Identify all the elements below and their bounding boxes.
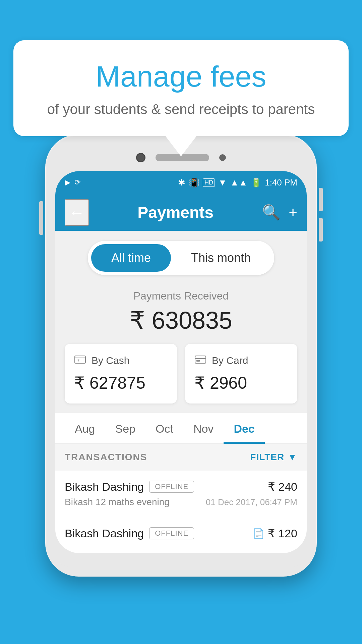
app-icon-2: ⟳	[74, 178, 80, 187]
back-button[interactable]: ←	[65, 199, 89, 226]
cash-icon: ₹	[74, 353, 86, 368]
app-content: All time This month Payments Received ₹ …	[55, 231, 307, 553]
youtube-icon: ▶	[65, 178, 70, 187]
app-bar-actions: 🔍 +	[262, 204, 297, 221]
this-month-button[interactable]: This month	[171, 244, 271, 272]
app-bar-title: Payments	[96, 203, 255, 222]
bluetooth-icon: ✱	[178, 177, 185, 188]
payments-received-section: Payments Received ₹ 630835	[55, 283, 307, 344]
month-tab-dec[interactable]: Dec	[224, 413, 264, 444]
phone-mockup: ▶ ⟳ ✱ 📳 HD ▼ ▲▲ 🔋 1:40 PM ← Payments	[45, 134, 317, 577]
transaction-name-group-2: Bikash Dashing OFFLINE	[65, 527, 194, 540]
card-label: By Card	[212, 355, 248, 366]
transaction-badge-1: OFFLINE	[149, 481, 194, 493]
card-card: By Card ₹ 2960	[185, 344, 297, 404]
card-amount: ₹ 2960	[194, 373, 288, 393]
transaction-desc-1: Bikash 12 maths evening	[65, 497, 170, 507]
card-card-header: By Card	[194, 353, 288, 368]
bubble-title: Manage fees	[37, 60, 325, 93]
add-icon[interactable]: +	[289, 204, 297, 221]
transaction-row1-2: Bikash Dashing OFFLINE 📄 ₹ 120	[65, 527, 297, 540]
volume-down-button	[319, 218, 323, 241]
vibrate-icon: 📳	[189, 177, 199, 188]
card-icon	[194, 353, 206, 368]
front-camera	[136, 153, 145, 162]
phone-bottom-bar	[55, 553, 307, 567]
hd-badge: HD	[203, 178, 215, 187]
month-tabs: Aug Sep Oct Nov Dec	[55, 413, 307, 444]
transaction-item-1[interactable]: Bikash Dashing OFFLINE ₹ 240 Bikash 12 m…	[55, 471, 307, 517]
transaction-row2-1: Bikash 12 maths evening 01 Dec 2017, 06:…	[65, 497, 297, 507]
transaction-amount-group-2: 📄 ₹ 120	[253, 527, 297, 540]
app-bar: ← Payments 🔍 +	[55, 194, 307, 231]
transaction-date-1: 01 Dec 2017, 06:47 PM	[206, 497, 297, 507]
payments-received-label: Payments Received	[65, 290, 297, 302]
document-icon: 📄	[253, 528, 264, 539]
volume-up-button	[319, 188, 323, 211]
payment-cards-row: ₹ By Cash ₹ 627875	[55, 344, 307, 413]
transaction-amount-1: ₹ 240	[268, 480, 297, 493]
all-time-button[interactable]: All time	[91, 244, 171, 272]
payments-total-amount: ₹ 630835	[65, 306, 297, 334]
svg-text:₹: ₹	[77, 359, 79, 363]
status-time: 1:40 PM	[265, 177, 297, 188]
filter-label: FILTER	[250, 452, 284, 463]
transaction-name-1: Bikash Dashing	[65, 480, 144, 493]
speech-bubble: Manage fees of your students & send rece…	[13, 40, 349, 136]
phone-sensor	[219, 154, 226, 161]
signal-icon: ▲▲	[230, 177, 247, 188]
status-right: ✱ 📳 HD ▼ ▲▲ 🔋 1:40 PM	[178, 177, 297, 188]
wifi-icon: ▼	[218, 177, 227, 188]
filter-button[interactable]: FILTER ▼	[250, 452, 297, 463]
month-tab-oct[interactable]: Oct	[145, 413, 183, 444]
time-filter-section: All time This month	[55, 231, 307, 283]
month-tab-sep[interactable]: Sep	[105, 413, 146, 444]
svg-rect-5	[196, 360, 200, 362]
cash-label: By Cash	[92, 355, 129, 366]
month-tab-nov[interactable]: Nov	[183, 413, 224, 444]
cash-card: ₹ By Cash ₹ 627875	[65, 344, 177, 404]
transaction-row1-1: Bikash Dashing OFFLINE ₹ 240	[65, 480, 297, 493]
transaction-badge-2: OFFLINE	[149, 527, 194, 539]
status-bar: ▶ ⟳ ✱ 📳 HD ▼ ▲▲ 🔋 1:40 PM	[55, 171, 307, 194]
power-button	[39, 201, 43, 235]
bubble-subtitle: of your students & send receipts to pare…	[37, 100, 325, 119]
transactions-header: TRANSACTIONS FILTER ▼	[55, 444, 307, 471]
battery-icon: 🔋	[251, 177, 261, 188]
svg-rect-0	[75, 356, 85, 363]
cash-card-header: ₹ By Cash	[74, 353, 168, 368]
transaction-name-2: Bikash Dashing	[65, 527, 144, 540]
transaction-amount-2: ₹ 120	[268, 527, 297, 540]
cash-amount: ₹ 627875	[74, 373, 168, 393]
toggle-container: All time This month	[88, 241, 274, 275]
filter-icon: ▼	[288, 452, 297, 463]
transaction-item-2[interactable]: Bikash Dashing OFFLINE 📄 ₹ 120	[55, 517, 307, 553]
search-icon[interactable]: 🔍	[262, 204, 281, 221]
status-left-icons: ▶ ⟳	[65, 178, 80, 187]
transaction-name-group-1: Bikash Dashing OFFLINE	[65, 480, 194, 493]
transactions-label: TRANSACTIONS	[65, 452, 147, 463]
month-tab-aug[interactable]: Aug	[65, 413, 105, 444]
svg-rect-3	[195, 356, 206, 363]
